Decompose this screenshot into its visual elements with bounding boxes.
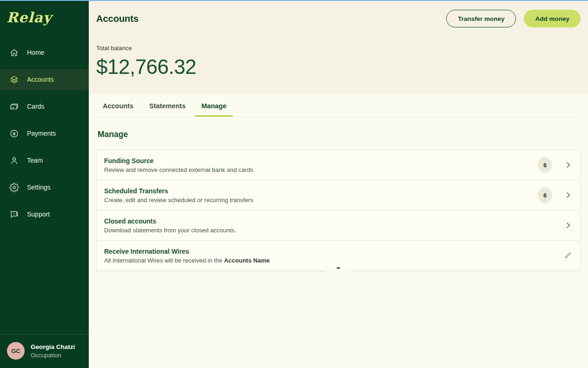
sidebar-item-label: Accounts	[27, 76, 54, 83]
content-area: Accounts Statements Manage Manage Fundin…	[89, 94, 588, 368]
sidebar-item-label: Cards	[27, 103, 44, 110]
sidebar: Relay Home Accounts Cards $ Payments	[0, 0, 89, 368]
sidebar-nav: Home Accounts Cards $ Payments Team	[0, 42, 89, 230]
loading-spinner	[326, 267, 350, 275]
list-item-receive-international-wires[interactable]: Receive International Wires All Internat…	[97, 241, 580, 271]
relay-logo-text: Relay	[7, 9, 52, 26]
manage-list: Funding Source Review and remove connect…	[96, 150, 581, 271]
profile-subtitle: Occupation	[31, 352, 75, 359]
list-item-title: Funding Source	[104, 157, 538, 164]
add-money-button[interactable]: Add money	[524, 10, 581, 27]
tab-statements[interactable]: Statements	[149, 102, 185, 117]
pencil-icon[interactable]	[563, 251, 573, 260]
sidebar-item-support[interactable]: ? Support	[0, 204, 89, 225]
sidebar-item-label: Home	[27, 49, 44, 56]
svg-text:?: ?	[13, 212, 15, 216]
list-item-scheduled-transfers[interactable]: Scheduled Transfers Create, edit and rev…	[97, 180, 580, 210]
chevron-right-icon[interactable]	[563, 221, 573, 230]
sidebar-item-settings[interactable]: Settings	[0, 177, 89, 198]
gear-icon	[9, 183, 19, 192]
list-item-description: Create, edit and review scheduled or rec…	[104, 197, 538, 204]
sidebar-item-payments[interactable]: $ Payments	[0, 123, 89, 144]
total-balance-block: Total balance $12,766.32	[96, 37, 581, 94]
layers-icon	[9, 75, 19, 85]
transfer-money-button[interactable]: Transfer money	[446, 10, 516, 27]
profile-text: Georgia Chatzi Occupation	[31, 343, 75, 359]
chat-question-icon: ?	[9, 210, 19, 219]
list-item-funding-source[interactable]: Funding Source Review and remove connect…	[97, 150, 580, 180]
section-heading: Manage	[98, 130, 581, 139]
count-badge: 6	[538, 187, 552, 203]
sidebar-item-cards[interactable]: Cards	[0, 96, 89, 117]
chevron-right-icon[interactable]	[563, 191, 573, 200]
sidebar-item-label: Support	[27, 210, 50, 218]
browser-top-strip	[0, 0, 588, 1]
total-balance-label: Total balance	[96, 45, 581, 52]
account-name-emphasis: Accounts Name	[224, 257, 270, 264]
profile-name: Georgia Chatzi	[31, 343, 75, 350]
sidebar-item-accounts[interactable]: Accounts	[0, 69, 89, 90]
tabs-bar: Accounts Statements Manage	[96, 94, 581, 117]
sidebar-item-label: Team	[27, 157, 43, 164]
spinner-arc	[336, 267, 341, 273]
tab-accounts[interactable]: Accounts	[103, 102, 133, 117]
page-header: Accounts Transfer money Add money Total …	[89, 0, 588, 94]
person-icon	[9, 156, 19, 165]
total-balance-amount: $12,766.32	[96, 55, 581, 79]
sidebar-item-label: Settings	[27, 184, 51, 191]
list-item-title: Scheduled Transfers	[104, 187, 538, 195]
list-item-description: Review and remove connected external ban…	[104, 166, 538, 173]
count-badge: 6	[538, 157, 552, 173]
dollar-circle-icon: $	[9, 129, 19, 138]
sidebar-item-team[interactable]: Team	[0, 150, 89, 171]
user-profile[interactable]: GC Georgia Chatzi Occupation	[0, 334, 89, 368]
chevron-right-icon[interactable]	[563, 160, 573, 170]
sidebar-item-home[interactable]: Home	[0, 42, 89, 63]
svg-text:$: $	[13, 131, 16, 136]
list-item-description: Download statements from your closed acc…	[104, 227, 562, 234]
main-area: Accounts Transfer money Add money Total …	[89, 0, 588, 368]
list-item-title: Closed accounts	[104, 217, 562, 225]
avatar: GC	[7, 342, 25, 360]
tab-manage[interactable]: Manage	[201, 102, 226, 117]
list-item-closed-accounts[interactable]: Closed accounts Download statements from…	[97, 210, 580, 241]
list-item-description: All International Wires will be received…	[104, 257, 562, 264]
home-icon	[9, 48, 19, 58]
sidebar-item-label: Payments	[27, 130, 56, 137]
page-title: Accounts	[96, 13, 139, 24]
list-item-title: Receive International Wires	[104, 248, 562, 255]
relay-logo[interactable]: Relay	[0, 0, 89, 36]
card-icon	[9, 102, 19, 112]
